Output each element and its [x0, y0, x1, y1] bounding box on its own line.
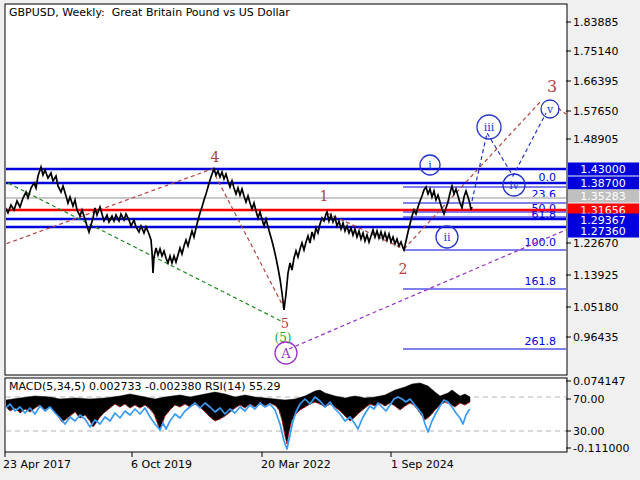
- price-axis-label: 1.83885: [573, 16, 619, 29]
- wave-number-label: 5: [281, 316, 289, 331]
- price-axis-label: 1.13925: [573, 269, 619, 282]
- price-level-badge-value: 1.27360: [580, 225, 626, 238]
- gbpusd-weekly-chart: 0.023.650.061.8100.0161.8261.8 iiiiiiivv…: [0, 0, 640, 480]
- price-level-badge-value: 1.35283: [580, 190, 626, 203]
- wave-number-label: 4: [211, 149, 220, 165]
- wave-number-label: 3: [547, 77, 557, 96]
- wave-number-label: 1: [320, 188, 329, 204]
- price-axis-label: 0.96435: [573, 331, 619, 344]
- macd-axis-label: 30.00: [573, 425, 605, 438]
- trading-terminal-window: 0.023.650.061.8100.0161.8261.8 iiiiiiivv…: [0, 0, 640, 480]
- time-axis-label: 20 Mar 2022: [261, 458, 331, 471]
- chart-title: GBPUSD, Weekly: Great Britain Pound vs U…: [9, 6, 290, 19]
- macd-axis-label: 0.074147: [573, 375, 626, 388]
- time-axis-label: 6 Oct 2019: [131, 458, 192, 471]
- price-axis-label: 1.75140: [573, 45, 619, 58]
- price-axis-label: 1.57650: [573, 105, 619, 118]
- price-axis: 1.838851.751401.663951.576501.489051.226…: [566, 16, 639, 455]
- wave-roman-label: v: [546, 103, 554, 116]
- fib-label: 23.6: [532, 188, 557, 201]
- wave-number-label: (5): [275, 331, 292, 345]
- wave-number-label: 2: [399, 261, 408, 277]
- price-axis-label: 1.05180: [573, 301, 619, 314]
- wave-roman-label: i: [428, 159, 432, 172]
- macd-axis-label: -0.111000: [573, 442, 629, 455]
- price-axis-label: 1.22670: [573, 237, 619, 250]
- time-axis: 23 Apr 20176 Oct 201920 Mar 20221 Sep 20…: [3, 452, 454, 471]
- wave-roman-label: ii: [443, 231, 451, 244]
- wave-roman-label: iv: [509, 179, 520, 192]
- time-axis-label: 1 Sep 2024: [391, 458, 454, 471]
- price-axis-label: 1.48905: [573, 133, 619, 146]
- indicator-label: MACD(5,34,5) 0.002733 -0.002380 RSI(14) …: [9, 380, 280, 393]
- fib-label: 261.8: [525, 335, 557, 348]
- wave-a-label: A: [280, 346, 291, 361]
- price-level-badge-value: 1.43000: [580, 163, 626, 176]
- macd-axis-label: 70.00: [573, 393, 605, 406]
- time-axis-label: 23 Apr 2017: [3, 458, 71, 471]
- wave-roman-label: iii: [484, 121, 495, 134]
- fib-label: 161.8: [525, 275, 557, 288]
- price-axis-label: 1.66395: [573, 75, 619, 88]
- price-level-badge-value: 1.38700: [580, 177, 626, 190]
- fib-label: 100.0: [525, 236, 557, 249]
